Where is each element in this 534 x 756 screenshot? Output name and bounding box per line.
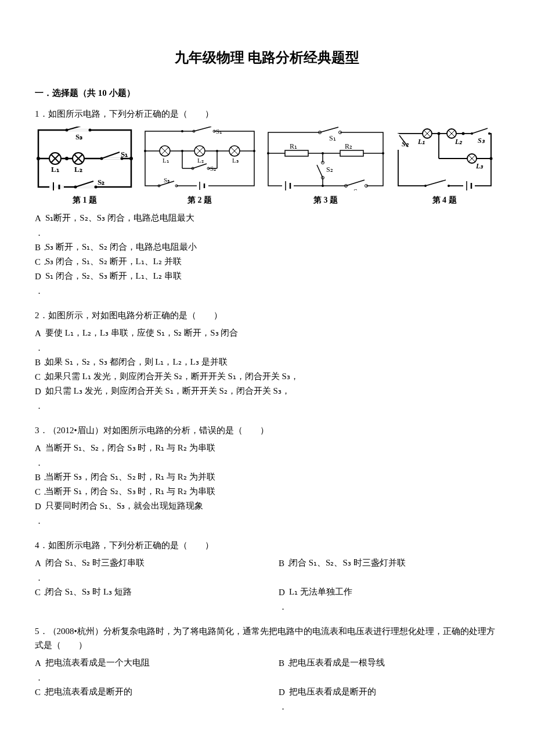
svg-text:R₂: R₂	[345, 142, 352, 150]
option-dot: ．	[35, 398, 45, 413]
circuit-diagram-3: S₁ R₁ R₂ S₂ S₃	[265, 127, 387, 190]
svg-point-44	[144, 150, 146, 152]
option-text: 把电流表看成是一个大电阻	[45, 656, 255, 670]
svg-text:S₁: S₁	[216, 128, 222, 135]
figure-3-label: 第 3 题	[313, 194, 338, 207]
q1-options: AS₁断开，S₂、S₃ 闭合，电路总电阻最大 ． B．S₃ 断开，S₁、S₂ 闭…	[35, 211, 499, 298]
svg-point-31	[95, 186, 98, 189]
option-text: L₁ 无法单独工作	[289, 585, 499, 599]
figure-1-label: 第 1 题	[73, 194, 97, 207]
option-dot: ．	[35, 283, 45, 298]
option-text: 把电压表看成是断开的	[289, 685, 499, 699]
option-key: D	[35, 269, 45, 283]
option-key: A	[35, 441, 45, 455]
svg-text:S₁: S₁	[121, 150, 128, 159]
option-key: C．	[35, 254, 45, 269]
svg-line-124	[472, 128, 488, 134]
q5-options: A把电流表看成是一个大电阻 B．把电压表看成是一根导线 ． C．把电流表看成是断…	[35, 656, 499, 714]
option-text: 当断开 S₁、S₂，闭合 S₃ 时，R₁ 与 R₂ 为串联	[45, 441, 499, 455]
svg-line-69	[193, 164, 207, 168]
svg-text:R₁: R₁	[290, 142, 297, 150]
figure-2-label: 第 2 题	[187, 194, 212, 207]
svg-point-99	[322, 185, 324, 187]
svg-point-28	[65, 157, 68, 160]
svg-point-45	[253, 150, 255, 152]
option-key: D	[35, 499, 45, 513]
svg-text:S₁: S₁	[329, 134, 336, 142]
figure-3: S₁ R₁ R₂ S₂ S₃ 第 3 题	[265, 127, 387, 207]
svg-point-61	[181, 130, 183, 132]
q2-stem: 2．如图所示，对如图电路分析正确的是（ ）	[35, 308, 499, 322]
option-key: D	[35, 384, 45, 398]
circuit-diagram-4: S₂ L₁ L₂ S₃ L₃	[394, 127, 495, 190]
svg-text:S₃: S₃	[164, 177, 169, 183]
svg-text:S₂: S₂	[98, 178, 104, 186]
svg-text:L₂: L₂	[74, 165, 82, 174]
svg-text:L₁: L₁	[51, 165, 59, 174]
q1-stem: 1．如图所示电路，下列分析正确的是（ ）	[35, 107, 499, 121]
option-dot: ．	[35, 225, 45, 240]
option-text: S₁ 闭合，S₂、S₃ 断开，L₁、L₂ 串联	[45, 269, 499, 283]
circuit-diagram-1: S₃ L₁ L₂ S₁ S₂	[35, 127, 135, 190]
option-key: B．	[35, 470, 45, 484]
svg-text:S₃: S₃	[353, 188, 360, 190]
option-text: 把电流表看成是断开的	[45, 685, 255, 699]
option-key: B．	[279, 556, 289, 570]
q5-stem: 5．（2008•杭州）分析复杂电路时，为了将电路简化，通常先把电路中的电流表和电…	[35, 624, 499, 652]
svg-line-97	[317, 165, 323, 178]
q3-options: A当断开 S₁、S₂，闭合 S₃ 时，R₁ 与 R₂ 为串联 ． B．当断开 S…	[35, 441, 499, 528]
figure-1: S₃ L₁ L₂ S₁ S₂	[35, 127, 135, 207]
option-key: C．	[35, 369, 45, 384]
option-dot: ．	[35, 455, 45, 470]
svg-text:L₂: L₂	[454, 138, 463, 146]
option-text: S₃ 闭合，S₁、S₂ 断开，L₁、L₂ 并联	[45, 254, 499, 269]
svg-point-86	[267, 152, 269, 154]
option-text: 当断开 S₃，闭合 S₁、S₂ 时，R₁ 与 R₂ 为并联	[45, 470, 499, 484]
figure-4-label: 第 4 题	[432, 194, 457, 207]
option-dot: ．	[279, 599, 289, 614]
svg-text:S₃: S₃	[478, 136, 485, 145]
option-key: B．	[35, 355, 45, 369]
svg-line-41	[194, 127, 211, 131]
option-key: A	[35, 556, 45, 570]
figures-row: S₃ L₁ L₂ S₁ S₂	[35, 127, 499, 207]
option-key: A	[35, 656, 45, 670]
option-dot: ．	[279, 699, 289, 714]
svg-line-139	[425, 180, 446, 186]
option-key: B．	[35, 240, 45, 254]
option-dot: ．	[35, 340, 45, 355]
circuit-diagram-2: S₁ L₁ L₂ L₃ S₂	[142, 127, 258, 190]
option-text: 要使 L₁，L₂，L₃ 串联，应使 S₁，S₂ 断开，S₃ 闭合	[45, 326, 499, 340]
svg-text:S₃: S₃	[75, 132, 82, 141]
option-text: S₃ 断开，S₁、S₂ 闭合，电路总电阻最小	[45, 240, 499, 254]
svg-rect-79	[268, 132, 383, 186]
option-text: 闭合 S₁、S₂ 时三盏灯串联	[45, 556, 255, 570]
option-key: C．	[35, 685, 45, 699]
svg-line-20	[102, 152, 120, 159]
option-text: 如果只需 L₁ 发光，则应闭合开关 S₂，断开开关 S₁，闭合开关 S₃，	[45, 369, 499, 384]
figure-2: S₁ L₁ L₂ L₃ S₂	[142, 127, 258, 207]
option-dot: ．	[35, 670, 45, 685]
svg-point-7	[37, 157, 40, 160]
option-key: D	[279, 685, 289, 699]
svg-text:S₁: S₁	[432, 189, 439, 190]
option-text: 闭合 S₁、S₂、S₃ 时三盏灯并联	[289, 556, 499, 570]
section-header: 一．选择题（共 10 小题）	[35, 86, 499, 100]
option-key: D	[279, 585, 289, 599]
option-text: 如只需 L₃ 发光，则应闭合开关 S₁，断开开关 S₂，闭合开关 S₃，	[45, 384, 499, 398]
svg-point-3	[89, 129, 92, 132]
q3-stem: 3．（2012•眉山）对如图所示电路的分析，错误的是（ ）	[35, 423, 499, 437]
option-text: 把电压表看成是一根导线	[289, 656, 499, 670]
svg-text:L₃: L₃	[232, 157, 239, 164]
svg-text:S₂: S₂	[326, 165, 333, 174]
option-text: 当断开 S₁，闭合 S₂、S₃ 时，R₁ 与 R₂ 为串联	[45, 484, 499, 499]
svg-text:S₂: S₂	[210, 165, 216, 172]
option-text: S₁断开，S₂、S₃ 闭合，电路总电阻最大	[45, 211, 499, 225]
option-dot: ．	[35, 513, 45, 528]
page-title: 九年级物理 电路分析经典题型	[35, 46, 499, 69]
option-text: 闭合 S₁、S₃ 时 L₃ 短路	[45, 585, 255, 599]
option-key: B．	[279, 656, 289, 670]
svg-rect-108	[398, 134, 491, 186]
option-text: 如果 S₁，S₂，S₃ 都闭合，则 L₁，L₂，L₃ 是并联	[45, 355, 499, 369]
option-key: A	[35, 211, 45, 225]
